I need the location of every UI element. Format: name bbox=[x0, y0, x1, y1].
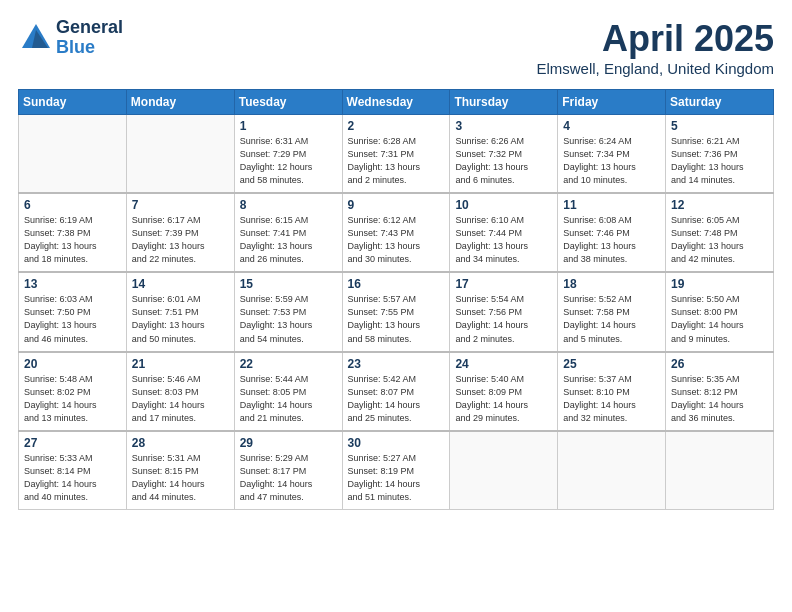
day-number: 4 bbox=[563, 119, 660, 133]
calendar-week-row: 6Sunrise: 6:19 AM Sunset: 7:38 PM Daylig… bbox=[19, 193, 774, 272]
weekday-header-friday: Friday bbox=[558, 90, 666, 115]
weekday-header-monday: Monday bbox=[126, 90, 234, 115]
day-detail: Sunrise: 6:01 AM Sunset: 7:51 PM Dayligh… bbox=[132, 293, 229, 345]
day-number: 13 bbox=[24, 277, 121, 291]
day-number: 18 bbox=[563, 277, 660, 291]
calendar-cell: 23Sunrise: 5:42 AM Sunset: 8:07 PM Dayli… bbox=[342, 352, 450, 431]
calendar-cell: 8Sunrise: 6:15 AM Sunset: 7:41 PM Daylig… bbox=[234, 193, 342, 272]
calendar-cell: 14Sunrise: 6:01 AM Sunset: 7:51 PM Dayli… bbox=[126, 272, 234, 351]
day-detail: Sunrise: 6:08 AM Sunset: 7:46 PM Dayligh… bbox=[563, 214, 660, 266]
calendar-cell: 5Sunrise: 6:21 AM Sunset: 7:36 PM Daylig… bbox=[666, 115, 774, 194]
calendar-table: SundayMondayTuesdayWednesdayThursdayFrid… bbox=[18, 89, 774, 510]
calendar-cell: 29Sunrise: 5:29 AM Sunset: 8:17 PM Dayli… bbox=[234, 431, 342, 510]
day-detail: Sunrise: 6:03 AM Sunset: 7:50 PM Dayligh… bbox=[24, 293, 121, 345]
day-number: 24 bbox=[455, 357, 552, 371]
day-detail: Sunrise: 5:46 AM Sunset: 8:03 PM Dayligh… bbox=[132, 373, 229, 425]
day-detail: Sunrise: 5:33 AM Sunset: 8:14 PM Dayligh… bbox=[24, 452, 121, 504]
day-detail: Sunrise: 6:12 AM Sunset: 7:43 PM Dayligh… bbox=[348, 214, 445, 266]
calendar-cell: 15Sunrise: 5:59 AM Sunset: 7:53 PM Dayli… bbox=[234, 272, 342, 351]
calendar-week-row: 20Sunrise: 5:48 AM Sunset: 8:02 PM Dayli… bbox=[19, 352, 774, 431]
day-number: 2 bbox=[348, 119, 445, 133]
calendar-cell: 30Sunrise: 5:27 AM Sunset: 8:19 PM Dayli… bbox=[342, 431, 450, 510]
day-detail: Sunrise: 5:52 AM Sunset: 7:58 PM Dayligh… bbox=[563, 293, 660, 345]
day-number: 5 bbox=[671, 119, 768, 133]
day-detail: Sunrise: 6:17 AM Sunset: 7:39 PM Dayligh… bbox=[132, 214, 229, 266]
calendar-cell bbox=[666, 431, 774, 510]
calendar-cell: 27Sunrise: 5:33 AM Sunset: 8:14 PM Dayli… bbox=[19, 431, 127, 510]
day-detail: Sunrise: 5:48 AM Sunset: 8:02 PM Dayligh… bbox=[24, 373, 121, 425]
calendar-cell bbox=[126, 115, 234, 194]
calendar-cell: 10Sunrise: 6:10 AM Sunset: 7:44 PM Dayli… bbox=[450, 193, 558, 272]
calendar-cell: 3Sunrise: 6:26 AM Sunset: 7:32 PM Daylig… bbox=[450, 115, 558, 194]
day-number: 17 bbox=[455, 277, 552, 291]
day-number: 3 bbox=[455, 119, 552, 133]
calendar-cell bbox=[450, 431, 558, 510]
calendar-cell: 13Sunrise: 6:03 AM Sunset: 7:50 PM Dayli… bbox=[19, 272, 127, 351]
day-detail: Sunrise: 5:29 AM Sunset: 8:17 PM Dayligh… bbox=[240, 452, 337, 504]
day-number: 20 bbox=[24, 357, 121, 371]
calendar-cell: 26Sunrise: 5:35 AM Sunset: 8:12 PM Dayli… bbox=[666, 352, 774, 431]
day-detail: Sunrise: 6:26 AM Sunset: 7:32 PM Dayligh… bbox=[455, 135, 552, 187]
day-detail: Sunrise: 5:50 AM Sunset: 8:00 PM Dayligh… bbox=[671, 293, 768, 345]
day-detail: Sunrise: 5:31 AM Sunset: 8:15 PM Dayligh… bbox=[132, 452, 229, 504]
day-detail: Sunrise: 5:27 AM Sunset: 8:19 PM Dayligh… bbox=[348, 452, 445, 504]
day-detail: Sunrise: 5:35 AM Sunset: 8:12 PM Dayligh… bbox=[671, 373, 768, 425]
day-detail: Sunrise: 6:19 AM Sunset: 7:38 PM Dayligh… bbox=[24, 214, 121, 266]
weekday-header-tuesday: Tuesday bbox=[234, 90, 342, 115]
weekday-header-wednesday: Wednesday bbox=[342, 90, 450, 115]
weekday-header-thursday: Thursday bbox=[450, 90, 558, 115]
day-number: 11 bbox=[563, 198, 660, 212]
day-number: 21 bbox=[132, 357, 229, 371]
day-number: 25 bbox=[563, 357, 660, 371]
day-number: 6 bbox=[24, 198, 121, 212]
calendar-cell: 24Sunrise: 5:40 AM Sunset: 8:09 PM Dayli… bbox=[450, 352, 558, 431]
day-detail: Sunrise: 6:24 AM Sunset: 7:34 PM Dayligh… bbox=[563, 135, 660, 187]
calendar-cell: 18Sunrise: 5:52 AM Sunset: 7:58 PM Dayli… bbox=[558, 272, 666, 351]
day-detail: Sunrise: 5:44 AM Sunset: 8:05 PM Dayligh… bbox=[240, 373, 337, 425]
day-detail: Sunrise: 6:15 AM Sunset: 7:41 PM Dayligh… bbox=[240, 214, 337, 266]
month-title: April 2025 bbox=[536, 18, 774, 60]
day-number: 27 bbox=[24, 436, 121, 450]
calendar-cell: 22Sunrise: 5:44 AM Sunset: 8:05 PM Dayli… bbox=[234, 352, 342, 431]
day-detail: Sunrise: 5:40 AM Sunset: 8:09 PM Dayligh… bbox=[455, 373, 552, 425]
weekday-header-saturday: Saturday bbox=[666, 90, 774, 115]
day-detail: Sunrise: 6:21 AM Sunset: 7:36 PM Dayligh… bbox=[671, 135, 768, 187]
page: General Blue April 2025 Elmswell, Englan… bbox=[0, 0, 792, 528]
day-number: 26 bbox=[671, 357, 768, 371]
header: General Blue April 2025 Elmswell, Englan… bbox=[18, 18, 774, 77]
day-number: 8 bbox=[240, 198, 337, 212]
day-number: 22 bbox=[240, 357, 337, 371]
day-detail: Sunrise: 5:54 AM Sunset: 7:56 PM Dayligh… bbox=[455, 293, 552, 345]
day-detail: Sunrise: 6:10 AM Sunset: 7:44 PM Dayligh… bbox=[455, 214, 552, 266]
calendar-cell bbox=[19, 115, 127, 194]
calendar-cell: 4Sunrise: 6:24 AM Sunset: 7:34 PM Daylig… bbox=[558, 115, 666, 194]
logo-icon bbox=[18, 20, 54, 56]
day-number: 19 bbox=[671, 277, 768, 291]
calendar-week-row: 1Sunrise: 6:31 AM Sunset: 7:29 PM Daylig… bbox=[19, 115, 774, 194]
day-number: 12 bbox=[671, 198, 768, 212]
day-detail: Sunrise: 5:59 AM Sunset: 7:53 PM Dayligh… bbox=[240, 293, 337, 345]
calendar-cell: 21Sunrise: 5:46 AM Sunset: 8:03 PM Dayli… bbox=[126, 352, 234, 431]
day-detail: Sunrise: 6:28 AM Sunset: 7:31 PM Dayligh… bbox=[348, 135, 445, 187]
day-number: 23 bbox=[348, 357, 445, 371]
calendar-cell: 6Sunrise: 6:19 AM Sunset: 7:38 PM Daylig… bbox=[19, 193, 127, 272]
day-number: 15 bbox=[240, 277, 337, 291]
day-number: 16 bbox=[348, 277, 445, 291]
calendar-cell: 11Sunrise: 6:08 AM Sunset: 7:46 PM Dayli… bbox=[558, 193, 666, 272]
logo-general-text: General bbox=[56, 18, 123, 38]
calendar-cell: 7Sunrise: 6:17 AM Sunset: 7:39 PM Daylig… bbox=[126, 193, 234, 272]
location-title: Elmswell, England, United Kingdom bbox=[536, 60, 774, 77]
day-detail: Sunrise: 6:05 AM Sunset: 7:48 PM Dayligh… bbox=[671, 214, 768, 266]
day-number: 9 bbox=[348, 198, 445, 212]
day-number: 29 bbox=[240, 436, 337, 450]
day-detail: Sunrise: 6:31 AM Sunset: 7:29 PM Dayligh… bbox=[240, 135, 337, 187]
day-number: 10 bbox=[455, 198, 552, 212]
calendar-cell bbox=[558, 431, 666, 510]
logo-blue-text: Blue bbox=[56, 38, 123, 58]
day-detail: Sunrise: 5:57 AM Sunset: 7:55 PM Dayligh… bbox=[348, 293, 445, 345]
day-detail: Sunrise: 5:42 AM Sunset: 8:07 PM Dayligh… bbox=[348, 373, 445, 425]
calendar-week-row: 27Sunrise: 5:33 AM Sunset: 8:14 PM Dayli… bbox=[19, 431, 774, 510]
calendar-cell: 17Sunrise: 5:54 AM Sunset: 7:56 PM Dayli… bbox=[450, 272, 558, 351]
calendar-cell: 25Sunrise: 5:37 AM Sunset: 8:10 PM Dayli… bbox=[558, 352, 666, 431]
day-number: 30 bbox=[348, 436, 445, 450]
